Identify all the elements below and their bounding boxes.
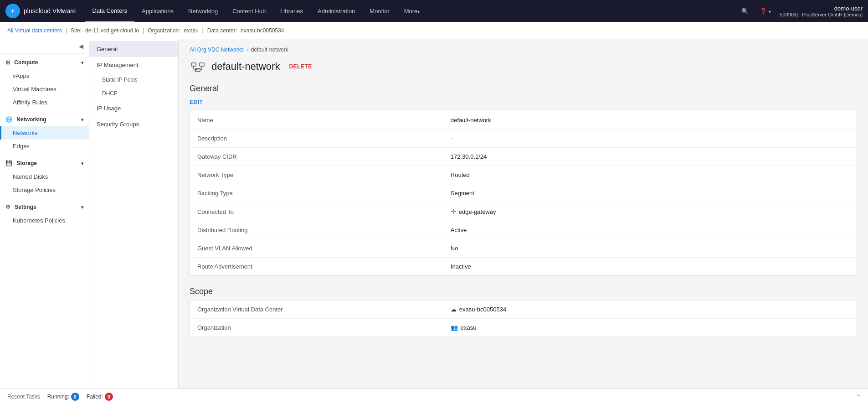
connected-to-value: edge-gateway	[459, 208, 496, 215]
recent-tasks-label: Recent Tasks	[7, 394, 40, 400]
scope-data-table: Organization Virtual Data Center ☁ exasu…	[190, 300, 857, 337]
table-row-route-advertisement: Route Advertisement Inactive	[190, 258, 857, 276]
sub-nav-sep3: |	[202, 27, 204, 34]
compute-icon: ⊞	[5, 59, 10, 66]
sidebar-collapse-button[interactable]: ◀	[0, 39, 89, 54]
field-label-org-vdc: Organization Virtual Data Center	[190, 300, 443, 319]
sidebar-item-affinity-rules[interactable]: Affinity Rules	[0, 96, 89, 109]
scope-section-title: Scope	[190, 287, 857, 296]
nav-item-networking[interactable]: Networking	[181, 0, 225, 22]
org-value: exasu	[184, 27, 199, 34]
search-button[interactable]: 🔍	[738, 6, 752, 16]
edit-link[interactable]: EDIT	[190, 97, 203, 107]
site-value: de-11.vcd.get-cloud.io	[85, 27, 139, 34]
nav-item-monitor[interactable]: Monitor	[362, 0, 396, 22]
field-value-organization: 👥 exasu	[443, 319, 857, 337]
field-label-route-advertisement: Route Advertisement	[190, 258, 443, 276]
field-value-backing-type: Segment	[443, 184, 857, 202]
sidebar-group-networking-label: Networking	[16, 116, 46, 123]
sec-sidebar-security-groups[interactable]: Security Groups	[89, 116, 178, 132]
settings-expand-icon	[81, 204, 83, 210]
all-vdc-link[interactable]: All Virtual data centers	[7, 27, 62, 34]
sidebar-item-virtual-machines[interactable]: Virtual Machines	[0, 83, 89, 96]
page-header: default-network DELETE	[190, 58, 857, 75]
route-icon: ✛	[451, 208, 456, 215]
svg-rect-1	[200, 63, 204, 66]
table-row-backing-type: Backing Type Segment	[190, 184, 857, 202]
delete-button[interactable]: DELETE	[285, 62, 315, 72]
organization-value: exasu	[461, 324, 477, 331]
org-icon: 👥	[451, 324, 458, 331]
sec-sidebar-general[interactable]: General	[89, 41, 178, 57]
field-label-guest-vlan-allowed: Guest VLAN Allowed	[190, 239, 443, 258]
page-title: default-network	[211, 61, 280, 73]
field-label-backing-type: Backing Type	[190, 184, 443, 202]
help-button[interactable]: ❓	[756, 6, 775, 16]
network-icon	[190, 58, 206, 75]
general-section: General EDIT Name default-network Descri…	[190, 84, 857, 276]
general-section-title: General	[190, 84, 857, 93]
failed-status: Failed: 0	[87, 393, 113, 401]
nav-items: Data Centers Applications Networking Con…	[85, 0, 738, 22]
sec-sidebar-dhcp[interactable]: DHCP	[89, 87, 178, 100]
sidebar-item-networks[interactable]: Networks	[0, 126, 89, 140]
footer: Recent Tasks Running: 0 Failed: 0 ⌃	[0, 388, 868, 404]
table-row-guest-vlan-allowed: Guest VLAN Allowed No	[190, 239, 857, 258]
user-info[interactable]: demo-user [500903] · PlusServer GmbH [De…	[778, 5, 863, 17]
sec-sidebar-ip-usage[interactable]: IP Usage	[89, 100, 178, 116]
field-value-gateway-cidr: 172.30.0.1/24	[443, 148, 857, 166]
general-data-table: Name default-network Description - Gatew…	[190, 111, 857, 276]
field-label-distributed-routing: Distributed Routing	[190, 221, 443, 239]
field-label-network-type: Network Type	[190, 166, 443, 184]
table-row-gateway-cidr: Gateway CIDR 172.30.0.1/24	[190, 148, 857, 166]
sidebar-group-networking[interactable]: 🌐 Networking	[0, 113, 89, 126]
sub-navigation: All Virtual data centers | Site: de-11.v…	[0, 22, 868, 39]
footer-expand-button[interactable]: ⌃	[856, 394, 861, 400]
sidebar-item-named-disks[interactable]: Named Disks	[0, 170, 89, 183]
brand[interactable]: + pluscloud VMware	[5, 4, 76, 18]
field-label-description: Description	[190, 129, 443, 148]
user-details: [500903] · PlusServer GmbH [Demos]	[778, 12, 863, 17]
sidebar-item-storage-policies[interactable]: Storage Policies	[0, 183, 89, 197]
nav-item-libraries[interactable]: Libraries	[273, 0, 310, 22]
org-vdc-value: exasu-bc0050534	[459, 306, 506, 313]
sidebar-group-compute[interactable]: ⊞ Compute	[0, 56, 89, 69]
brand-name: pluscloud VMware	[24, 7, 76, 15]
breadcrumb-parent-link[interactable]: All Org VDC Networks	[190, 47, 244, 53]
sec-sidebar-static-ip-pools[interactable]: Static IP Pools	[89, 73, 178, 87]
running-label: Running:	[47, 394, 69, 400]
sidebar-item-kubernetes-policies[interactable]: Kubernetes Policies	[0, 214, 89, 227]
sidebar-item-vapps[interactable]: vApps	[0, 69, 89, 83]
field-value-distributed-routing: Active	[443, 221, 857, 239]
dc-value: exasu-bc0050534	[241, 27, 284, 34]
sidebar-group-storage[interactable]: 💾 Storage	[0, 156, 89, 170]
nav-item-administration[interactable]: Administration	[310, 0, 362, 22]
nav-item-data-centers[interactable]: Data Centers	[85, 0, 134, 22]
sidebar-group-settings[interactable]: ⚙ Settings	[0, 200, 89, 214]
storage-icon: 💾	[5, 160, 12, 166]
table-row-org-vdc: Organization Virtual Data Center ☁ exasu…	[190, 300, 857, 319]
sidebar-section-compute: ⊞ Compute vApps Virtual Machines Affinit…	[0, 54, 89, 111]
field-label-organization: Organization	[190, 319, 443, 337]
nav-item-applications[interactable]: Applications	[134, 0, 181, 22]
field-value-description: -	[443, 129, 857, 148]
breadcrumb-separator: ›	[247, 47, 248, 53]
nav-item-content-hub[interactable]: Content Hub	[225, 0, 273, 22]
breadcrumb-current: default-network	[251, 47, 288, 53]
brand-logo: +	[5, 4, 20, 18]
sidebar-item-edges[interactable]: Edges	[0, 140, 89, 153]
settings-icon: ⚙	[5, 204, 10, 210]
content-area: General IP Management Static IP Pools DH…	[89, 39, 868, 388]
storage-expand-icon	[81, 160, 83, 166]
networking-icon: 🌐	[5, 116, 12, 123]
site-label: Site:	[71, 27, 82, 34]
sec-sidebar-ip-management[interactable]: IP Management	[89, 57, 178, 73]
table-row-distributed-routing: Distributed Routing Active	[190, 221, 857, 239]
top-navigation: + pluscloud VMware Data Centers Applicat…	[0, 0, 868, 22]
field-label-gateway-cidr: Gateway CIDR	[190, 148, 443, 166]
main-container: ◀ ⊞ Compute vApps Virtual Machines Affin…	[0, 39, 868, 388]
nav-item-more[interactable]: More	[397, 0, 427, 22]
sub-nav-sep1: |	[66, 27, 67, 34]
sidebar-group-storage-label: Storage	[16, 160, 37, 166]
running-count-badge: 0	[71, 393, 79, 401]
